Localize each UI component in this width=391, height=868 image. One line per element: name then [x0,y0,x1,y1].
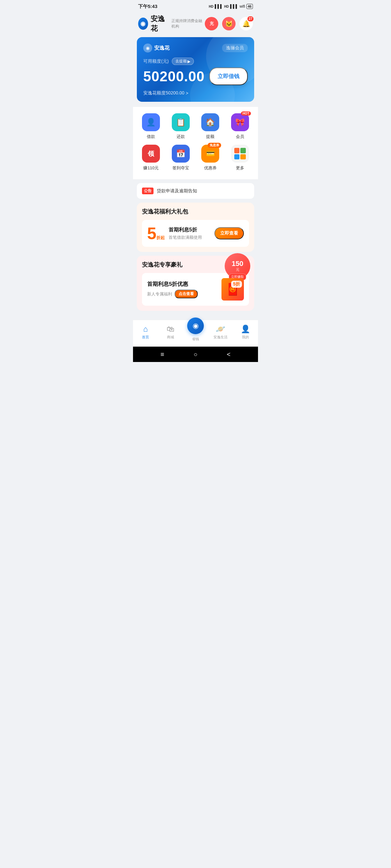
action-row-1: 👤 借款 📋 还款 🏠 提额 🎀 HOT 会员 [136,113,255,140]
discount-label: 5折 [231,281,242,288]
banner-bottom[interactable]: 安逸花额度50200.00 > [143,90,248,96]
exclusive-card-title: 首期利息5折优惠 [147,280,218,288]
more-label: 更多 [236,165,244,171]
life-label: 安逸生活 [214,335,227,340]
notification-badge: 27 [247,16,253,22]
coupon-icon: 💳 免息券 [201,145,219,163]
life-icon: 🪐 [216,324,225,334]
repay-icon: 📋 [172,113,190,131]
credit-desc: 安逸花额度50200.00 [143,90,184,96]
shop-label: 商城 [167,335,174,340]
gift-badge[interactable]: 150 元 立即赚取 [225,253,250,279]
tmall-icon: 🐱 [225,20,233,28]
member-label2: 会员 [236,134,244,140]
view-button[interactable]: 立即查看 [215,227,244,239]
credit-amount: 50200.00 [143,68,205,85]
charge-button[interactable]: 充 [205,17,218,30]
member-label: 逸骊会员 [222,44,248,52]
app-logo: ◉ [138,18,148,30]
checkin-icon: 📅 [172,145,190,163]
system-nav: ≡ ○ < [133,347,258,362]
welfare-card-title: 首期利息5折 [169,226,211,233]
banner-logo-icon: ◉ [143,43,152,53]
gift-amount: 150 [232,260,244,267]
action-checkin[interactable]: 📅 签到夺宝 [168,145,194,171]
welfare-title: 安逸花福利大礼包 [142,208,249,215]
signal-icon2: ▌▌▌ [230,4,239,9]
wifi-icon: wifi [240,4,245,9]
tmall-button[interactable]: 🐱 [222,17,235,30]
home-button[interactable]: ○ [194,351,197,358]
notification-button[interactable]: 🔔 27 [240,17,253,30]
menu-button[interactable]: ≡ [161,351,164,358]
action-repay[interactable]: 📋 还款 [168,113,194,140]
banner-amount-row: 50200.00 立即借钱 [143,67,248,85]
action-borrow[interactable]: 👤 借款 [138,113,164,140]
banner-top: ◉ 安逸花 逸骊会员 [143,43,248,53]
hd-icon: HD [208,5,213,8]
app-subtitle: 正规持牌消费金融机构 [171,18,202,29]
status-bar: 下午5:43 HD ▌▌▌ HD ▌▌▌ wifi 46 [133,0,258,11]
coupon-label: 优惠券 [204,165,217,171]
checkin-label: 签到夺宝 [172,165,189,171]
battery-icon: 46 [247,4,253,9]
withdraw-button[interactable]: 去提额 ▶ [172,58,194,65]
hd-icon2: HD [224,5,228,8]
logo-icon: ◉ [140,20,145,27]
header-right: 充 🐱 🔔 27 [205,17,253,30]
exclusive-card: 首期利息5折优惠 新人专属福利 点击查看 🧧 5折 [142,273,249,306]
notice-bar[interactable]: 公告 贷款申请及逾期告知 [137,183,254,199]
notice-tag: 公告 [142,188,153,194]
nav-shop[interactable]: 🛍 商城 [161,324,180,340]
hot-badge: HOT [241,112,251,116]
home-icon: ⌂ [143,324,148,334]
nav-home[interactable]: ⌂ 首页 [136,324,155,340]
quick-actions: 👤 借款 📋 还款 🏠 提额 🎀 HOT 会员 [133,107,258,179]
shop-icon: 🛍 [167,324,174,334]
earn-icon: 领 [142,145,160,163]
banner-logo-text: 安逸花 [154,45,170,52]
status-icons: HD ▌▌▌ HD ▌▌▌ wifi 46 [208,4,253,9]
banner-label-row: 可用额度(元) 去提额 ▶ [143,58,248,65]
save-center-btn[interactable]: ◉ [187,317,204,334]
click-view-button[interactable]: 点击查看 [175,290,198,298]
home-label: 首页 [142,335,149,340]
welfare-section: 安逸花福利大礼包 5 折起 首期利息5折 首笔借款满额使用 立即查看 [137,203,254,252]
more-icon [231,145,249,163]
earn-label: 赚110元 [143,165,159,171]
action-withdraw[interactable]: 🏠 提额 [197,113,223,140]
gift-unit: 元 [236,267,240,272]
exclusive-section: 安逸花专享豪礼 150 元 立即赚取 首期利息5折优惠 新人专属福利 点击查看 … [137,256,254,311]
repay-label: 还款 [176,134,185,140]
action-member[interactable]: 🎀 HOT 会员 [227,113,253,140]
status-time: 下午5:43 [138,3,157,9]
header: ◉ 安逸花 正规持牌消费金融机构 充 🐱 🔔 27 [133,11,258,37]
coupon-badge: 免息券 [208,143,221,148]
exclusive-subtitle: 新人专属福利 [147,291,172,297]
action-earn[interactable]: 领 赚110元 [138,145,164,171]
back-button[interactable]: < [227,351,231,358]
withdraw-icon: 🏠 [201,113,219,131]
discount-num: 5 [147,225,157,242]
mine-icon: 👤 [241,324,250,334]
nav-mine[interactable]: 👤 我的 [236,324,255,340]
app-title: 安逸花 [150,14,168,33]
borrow-icon: 👤 [142,113,160,131]
signal-icon: ▌▌▌ [215,4,223,9]
nav-save[interactable]: ◉ 省钱 [186,322,205,341]
save-label: 省钱 [192,337,199,341]
action-more[interactable]: 更多 [227,145,253,171]
bottom-nav: ⌂ 首页 🛍 商城 ◉ 省钱 🪐 安逸生活 👤 我的 [133,320,258,347]
notice-text: 贷款申请及逾期告知 [157,188,197,194]
welfare-info: 首期利息5折 首笔借款满额使用 [169,226,211,240]
save-icon: ◉ [193,322,199,330]
action-coupon[interactable]: 💳 免息券 优惠券 [197,145,223,171]
banner-logo: ◉ 安逸花 [143,43,170,53]
welfare-card: 5 折起 首期利息5折 首笔借款满额使用 立即查看 [142,220,249,247]
mine-label: 我的 [242,335,249,340]
borrow-button[interactable]: 立即借钱 [209,67,248,85]
exclusive-subtitle-row: 新人专属福利 点击查看 [147,290,218,298]
charge-label: 充 [210,21,214,27]
arrow-icon: > [186,91,188,96]
nav-life[interactable]: 🪐 安逸生活 [211,324,230,340]
